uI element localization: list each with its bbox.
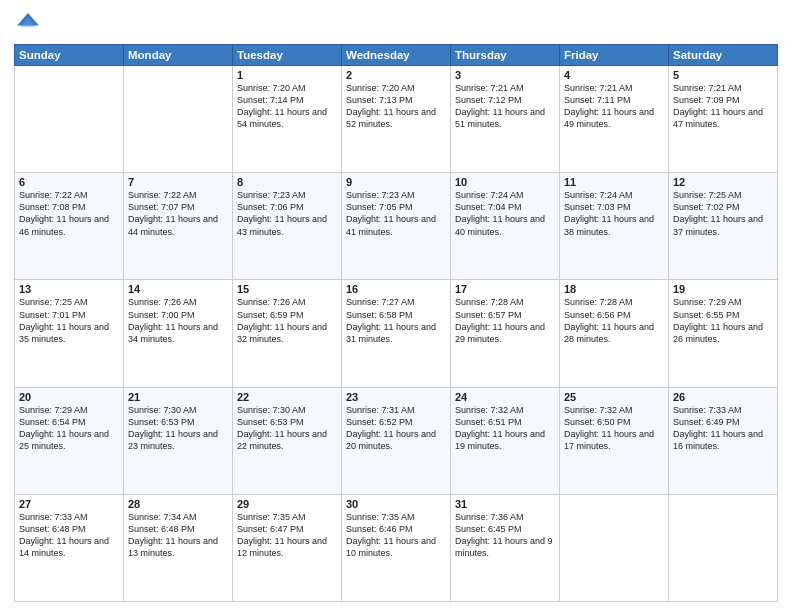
- calendar-cell: 2Sunrise: 7:20 AM Sunset: 7:13 PM Daylig…: [342, 66, 451, 173]
- day-number: 10: [455, 176, 555, 188]
- logo-icon: [14, 10, 42, 38]
- calendar-cell: 12Sunrise: 7:25 AM Sunset: 7:02 PM Dayli…: [669, 173, 778, 280]
- calendar-cell: 1Sunrise: 7:20 AM Sunset: 7:14 PM Daylig…: [233, 66, 342, 173]
- day-info: Sunrise: 7:21 AM Sunset: 7:11 PM Dayligh…: [564, 82, 664, 131]
- day-info: Sunrise: 7:22 AM Sunset: 7:08 PM Dayligh…: [19, 189, 119, 238]
- calendar-cell: 20Sunrise: 7:29 AM Sunset: 6:54 PM Dayli…: [15, 387, 124, 494]
- calendar-week-0: 1Sunrise: 7:20 AM Sunset: 7:14 PM Daylig…: [15, 66, 778, 173]
- day-number: 23: [346, 391, 446, 403]
- calendar-week-2: 13Sunrise: 7:25 AM Sunset: 7:01 PM Dayli…: [15, 280, 778, 387]
- calendar-cell: 4Sunrise: 7:21 AM Sunset: 7:11 PM Daylig…: [560, 66, 669, 173]
- calendar-cell: 21Sunrise: 7:30 AM Sunset: 6:53 PM Dayli…: [124, 387, 233, 494]
- day-info: Sunrise: 7:31 AM Sunset: 6:52 PM Dayligh…: [346, 404, 446, 453]
- calendar-cell: 6Sunrise: 7:22 AM Sunset: 7:08 PM Daylig…: [15, 173, 124, 280]
- day-number: 7: [128, 176, 228, 188]
- day-info: Sunrise: 7:28 AM Sunset: 6:56 PM Dayligh…: [564, 296, 664, 345]
- calendar-cell: 5Sunrise: 7:21 AM Sunset: 7:09 PM Daylig…: [669, 66, 778, 173]
- calendar-cell: 11Sunrise: 7:24 AM Sunset: 7:03 PM Dayli…: [560, 173, 669, 280]
- calendar-week-3: 20Sunrise: 7:29 AM Sunset: 6:54 PM Dayli…: [15, 387, 778, 494]
- calendar-cell: 26Sunrise: 7:33 AM Sunset: 6:49 PM Dayli…: [669, 387, 778, 494]
- day-info: Sunrise: 7:28 AM Sunset: 6:57 PM Dayligh…: [455, 296, 555, 345]
- calendar-cell: 18Sunrise: 7:28 AM Sunset: 6:56 PM Dayli…: [560, 280, 669, 387]
- calendar-week-4: 27Sunrise: 7:33 AM Sunset: 6:48 PM Dayli…: [15, 494, 778, 601]
- calendar-cell: 30Sunrise: 7:35 AM Sunset: 6:46 PM Dayli…: [342, 494, 451, 601]
- day-info: Sunrise: 7:25 AM Sunset: 7:02 PM Dayligh…: [673, 189, 773, 238]
- day-info: Sunrise: 7:21 AM Sunset: 7:12 PM Dayligh…: [455, 82, 555, 131]
- day-info: Sunrise: 7:36 AM Sunset: 6:45 PM Dayligh…: [455, 511, 555, 560]
- day-info: Sunrise: 7:24 AM Sunset: 7:03 PM Dayligh…: [564, 189, 664, 238]
- day-info: Sunrise: 7:20 AM Sunset: 7:14 PM Dayligh…: [237, 82, 337, 131]
- day-number: 2: [346, 69, 446, 81]
- day-number: 15: [237, 283, 337, 295]
- calendar-cell: 17Sunrise: 7:28 AM Sunset: 6:57 PM Dayli…: [451, 280, 560, 387]
- calendar-header-monday: Monday: [124, 45, 233, 66]
- calendar-cell: [560, 494, 669, 601]
- day-number: 12: [673, 176, 773, 188]
- calendar-cell: 15Sunrise: 7:26 AM Sunset: 6:59 PM Dayli…: [233, 280, 342, 387]
- calendar-cell: 31Sunrise: 7:36 AM Sunset: 6:45 PM Dayli…: [451, 494, 560, 601]
- day-number: 18: [564, 283, 664, 295]
- day-number: 30: [346, 498, 446, 510]
- day-info: Sunrise: 7:26 AM Sunset: 6:59 PM Dayligh…: [237, 296, 337, 345]
- day-number: 5: [673, 69, 773, 81]
- day-number: 24: [455, 391, 555, 403]
- calendar-cell: [669, 494, 778, 601]
- day-info: Sunrise: 7:30 AM Sunset: 6:53 PM Dayligh…: [237, 404, 337, 453]
- day-info: Sunrise: 7:34 AM Sunset: 6:48 PM Dayligh…: [128, 511, 228, 560]
- calendar-week-1: 6Sunrise: 7:22 AM Sunset: 7:08 PM Daylig…: [15, 173, 778, 280]
- calendar-cell: 27Sunrise: 7:33 AM Sunset: 6:48 PM Dayli…: [15, 494, 124, 601]
- day-number: 6: [19, 176, 119, 188]
- header: [14, 10, 778, 38]
- day-info: Sunrise: 7:21 AM Sunset: 7:09 PM Dayligh…: [673, 82, 773, 131]
- calendar-cell: 16Sunrise: 7:27 AM Sunset: 6:58 PM Dayli…: [342, 280, 451, 387]
- calendar-cell: 23Sunrise: 7:31 AM Sunset: 6:52 PM Dayli…: [342, 387, 451, 494]
- day-number: 31: [455, 498, 555, 510]
- day-number: 19: [673, 283, 773, 295]
- day-info: Sunrise: 7:23 AM Sunset: 7:06 PM Dayligh…: [237, 189, 337, 238]
- day-number: 16: [346, 283, 446, 295]
- day-info: Sunrise: 7:29 AM Sunset: 6:55 PM Dayligh…: [673, 296, 773, 345]
- calendar-cell: 19Sunrise: 7:29 AM Sunset: 6:55 PM Dayli…: [669, 280, 778, 387]
- day-number: 9: [346, 176, 446, 188]
- calendar-header-row: SundayMondayTuesdayWednesdayThursdayFrid…: [15, 45, 778, 66]
- calendar-cell: 3Sunrise: 7:21 AM Sunset: 7:12 PM Daylig…: [451, 66, 560, 173]
- calendar-header-sunday: Sunday: [15, 45, 124, 66]
- day-info: Sunrise: 7:32 AM Sunset: 6:51 PM Dayligh…: [455, 404, 555, 453]
- day-info: Sunrise: 7:23 AM Sunset: 7:05 PM Dayligh…: [346, 189, 446, 238]
- calendar-cell: 25Sunrise: 7:32 AM Sunset: 6:50 PM Dayli…: [560, 387, 669, 494]
- day-info: Sunrise: 7:22 AM Sunset: 7:07 PM Dayligh…: [128, 189, 228, 238]
- day-number: 27: [19, 498, 119, 510]
- day-number: 14: [128, 283, 228, 295]
- day-info: Sunrise: 7:33 AM Sunset: 6:48 PM Dayligh…: [19, 511, 119, 560]
- calendar-header-saturday: Saturday: [669, 45, 778, 66]
- day-number: 28: [128, 498, 228, 510]
- day-info: Sunrise: 7:25 AM Sunset: 7:01 PM Dayligh…: [19, 296, 119, 345]
- day-number: 13: [19, 283, 119, 295]
- day-info: Sunrise: 7:26 AM Sunset: 7:00 PM Dayligh…: [128, 296, 228, 345]
- day-number: 20: [19, 391, 119, 403]
- calendar-cell: 29Sunrise: 7:35 AM Sunset: 6:47 PM Dayli…: [233, 494, 342, 601]
- calendar-header-friday: Friday: [560, 45, 669, 66]
- day-number: 17: [455, 283, 555, 295]
- calendar-cell: 24Sunrise: 7:32 AM Sunset: 6:51 PM Dayli…: [451, 387, 560, 494]
- calendar-cell: 14Sunrise: 7:26 AM Sunset: 7:00 PM Dayli…: [124, 280, 233, 387]
- day-info: Sunrise: 7:35 AM Sunset: 6:47 PM Dayligh…: [237, 511, 337, 560]
- day-number: 4: [564, 69, 664, 81]
- day-info: Sunrise: 7:29 AM Sunset: 6:54 PM Dayligh…: [19, 404, 119, 453]
- day-number: 11: [564, 176, 664, 188]
- calendar-cell: 7Sunrise: 7:22 AM Sunset: 7:07 PM Daylig…: [124, 173, 233, 280]
- day-info: Sunrise: 7:24 AM Sunset: 7:04 PM Dayligh…: [455, 189, 555, 238]
- day-info: Sunrise: 7:33 AM Sunset: 6:49 PM Dayligh…: [673, 404, 773, 453]
- calendar-cell: 8Sunrise: 7:23 AM Sunset: 7:06 PM Daylig…: [233, 173, 342, 280]
- day-info: Sunrise: 7:20 AM Sunset: 7:13 PM Dayligh…: [346, 82, 446, 131]
- calendar: SundayMondayTuesdayWednesdayThursdayFrid…: [14, 44, 778, 602]
- calendar-header-wednesday: Wednesday: [342, 45, 451, 66]
- day-info: Sunrise: 7:27 AM Sunset: 6:58 PM Dayligh…: [346, 296, 446, 345]
- day-info: Sunrise: 7:30 AM Sunset: 6:53 PM Dayligh…: [128, 404, 228, 453]
- day-number: 25: [564, 391, 664, 403]
- calendar-header-tuesday: Tuesday: [233, 45, 342, 66]
- day-number: 3: [455, 69, 555, 81]
- day-number: 22: [237, 391, 337, 403]
- day-number: 8: [237, 176, 337, 188]
- page: SundayMondayTuesdayWednesdayThursdayFrid…: [0, 0, 792, 612]
